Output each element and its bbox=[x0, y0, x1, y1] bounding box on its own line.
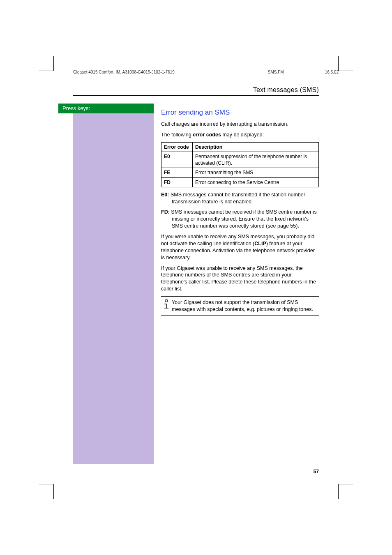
error-code-table: Error code Description E0 Permanent supp… bbox=[161, 142, 319, 187]
table-header-row: Error code Description bbox=[161, 142, 319, 152]
definition-e0: E0: SMS messages cannot be transmitted i… bbox=[161, 191, 319, 205]
crop-mark bbox=[338, 484, 339, 499]
table-cell: FE bbox=[161, 168, 193, 177]
crop-mark bbox=[39, 484, 53, 484]
crop-mark bbox=[53, 56, 54, 71]
sidebar-label: Press keys: bbox=[58, 104, 154, 113]
body-text: Call charges are incurred by interruptin… bbox=[161, 121, 319, 316]
paragraph: The following error codes may be display… bbox=[161, 131, 319, 138]
doc-date: 16.5.02 bbox=[325, 70, 339, 74]
file-name: SMS.FM bbox=[268, 70, 284, 74]
info-icon bbox=[161, 299, 172, 310]
table-row: FD Error connecting to the Service Centr… bbox=[161, 177, 319, 187]
table-cell: E0 bbox=[161, 152, 193, 168]
table-header: Description bbox=[193, 142, 319, 152]
header-rule bbox=[73, 95, 319, 96]
table-cell: FD bbox=[161, 177, 193, 187]
paragraph: Call charges are incurred by interruptin… bbox=[161, 121, 319, 128]
table-row: E0 Permanent suppression of the telephon… bbox=[161, 152, 319, 168]
table-header: Error code bbox=[161, 142, 193, 152]
note-box: Your Gigaset does not support the transm… bbox=[161, 296, 319, 316]
table-row: FE Error transmitting the SMS bbox=[161, 168, 319, 177]
running-head: Text messages (SMS) bbox=[253, 86, 319, 94]
table-cell: Permanent suppression of the telephone n… bbox=[193, 152, 319, 168]
note-text: Your Gigaset does not support the transm… bbox=[172, 299, 319, 313]
crop-mark bbox=[39, 71, 53, 71]
doc-id: Gigaset 4015 Comfort, IM, A31008-G4015-J… bbox=[73, 70, 219, 74]
sidebar: Press keys: bbox=[73, 104, 154, 464]
svg-point-0 bbox=[165, 299, 168, 302]
crop-mark bbox=[53, 484, 54, 499]
table-cell: Error connecting to the Service Centre bbox=[193, 177, 319, 187]
paragraph: If you were unable to receive any SMS me… bbox=[161, 233, 319, 261]
table-cell: Error transmitting the SMS bbox=[193, 168, 319, 177]
crop-mark bbox=[339, 484, 353, 484]
content-area: Error sending an SMS Call charges are in… bbox=[161, 105, 319, 316]
section-heading: Error sending an SMS bbox=[161, 108, 319, 117]
crop-mark bbox=[338, 56, 339, 71]
crop-mark bbox=[339, 71, 353, 71]
header-meta: Gigaset 4015 Comfort, IM, A31008-G4015-J… bbox=[73, 70, 339, 74]
definition-fd: FD: SMS messages cannot be received if t… bbox=[161, 209, 319, 230]
paragraph: If your Gigaset was unable to receive an… bbox=[161, 265, 319, 293]
page-number: 57 bbox=[314, 469, 319, 474]
